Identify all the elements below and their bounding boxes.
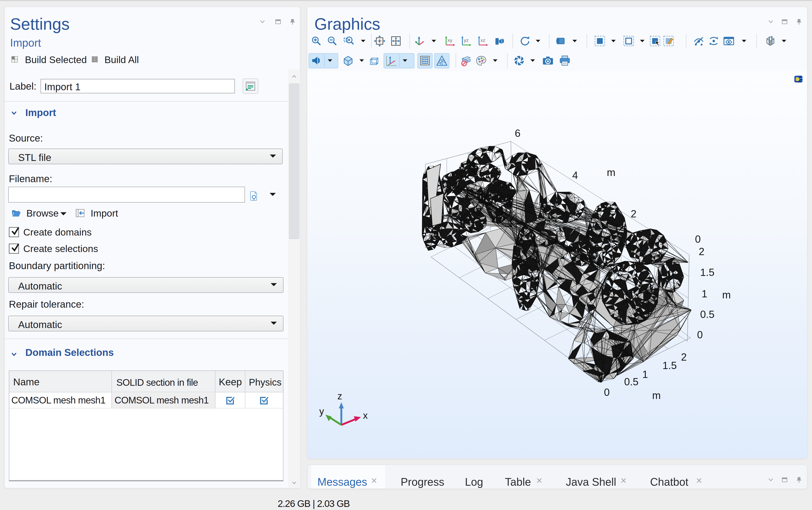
svg-text:xy: xy bbox=[448, 37, 452, 43]
svg-text:y: y bbox=[319, 406, 324, 417]
svg-text:xz: xz bbox=[481, 37, 485, 43]
svg-text:z: z bbox=[337, 391, 342, 401]
svg-text:yz: yz bbox=[464, 37, 469, 43]
svg-text:x: x bbox=[363, 410, 368, 421]
